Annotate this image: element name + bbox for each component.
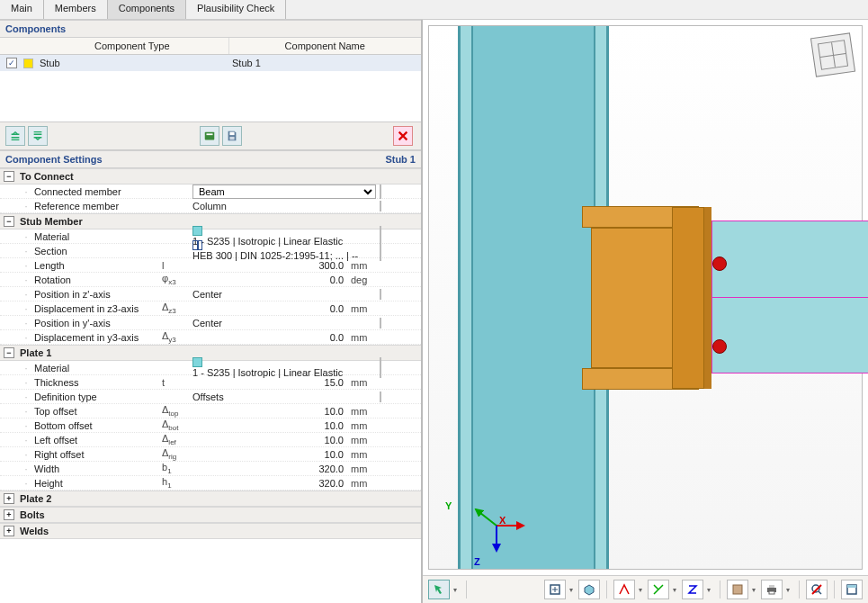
axis-label-z: Z: [474, 556, 480, 567]
prop-plate1-height[interactable]: · Height h1 320.0 mm: [0, 476, 421, 490]
model-end-plate: [704, 207, 711, 389]
model-column: [458, 26, 609, 569]
component-row[interactable]: ✓ Stub Stub 1: [0, 55, 421, 71]
axis-label-y: Y: [445, 500, 452, 511]
prop-stub-posz[interactable]: · Position in z'-axis Center: [0, 287, 421, 302]
clear-view-button[interactable]: [806, 580, 828, 599]
navigation-cube[interactable]: [813, 35, 853, 75]
expand-icon[interactable]: +: [4, 493, 14, 504]
tab-members[interactable]: Members: [44, 0, 108, 19]
view-iso-button[interactable]: [578, 580, 600, 599]
svg-rect-14: [847, 585, 856, 588]
axis-y-button[interactable]: [648, 580, 669, 599]
axis-label-x: X: [499, 515, 506, 526]
prop-plate1-lef[interactable]: · Left offset Δlef 10.0 mm: [0, 433, 421, 447]
property-tree: −To Connect · Connected member Beam · Re…: [0, 168, 421, 603]
component-type-cell: Stub: [36, 58, 228, 68]
prop-plate1-top[interactable]: · Top offset Δtop 10.0 mm: [0, 404, 421, 418]
svg-rect-11: [769, 591, 774, 594]
group-bolts[interactable]: +Bolts: [0, 507, 421, 523]
library-button[interactable]: [200, 126, 219, 146]
svg-rect-8: [733, 585, 742, 594]
dropdown-arrow-icon[interactable]: ▾: [452, 586, 460, 594]
view-fit-button[interactable]: [544, 580, 566, 599]
components-title: Components: [5, 23, 66, 34]
settings-panel-header: Component Settings Stub 1: [0, 150, 421, 168]
section-icon: [192, 240, 202, 250]
dropdown-arrow-icon[interactable]: ▾: [706, 586, 713, 594]
group-plate-2[interactable]: +Plate 2: [0, 490, 421, 507]
prop-stub-dz[interactable]: · Displacement in z3-axis Δz3 0.0 mm: [0, 302, 421, 316]
expand-icon[interactable]: +: [4, 526, 14, 536]
tab-components[interactable]: Components: [108, 0, 186, 19]
prop-stub-dy[interactable]: · Displacement in y3-axis Δy3 0.0 mm: [0, 330, 421, 345]
connected-member-select[interactable]: Beam: [192, 184, 376, 199]
tab-plausibility[interactable]: Plausibility Check: [186, 0, 286, 19]
component-color-swatch[interactable]: [23, 58, 33, 68]
svg-line-5: [476, 509, 497, 526]
settings-context: Stub 1: [385, 154, 416, 165]
display-mode-button[interactable]: [727, 580, 748, 599]
axis-z-button[interactable]: [682, 580, 703, 599]
select-mode-button[interactable]: [428, 580, 450, 599]
svg-rect-3: [229, 137, 234, 140]
prop-plate1-deftype[interactable]: · Definition type Offsets: [0, 390, 421, 404]
svg-rect-1: [206, 133, 212, 135]
dropdown-arrow-icon[interactable]: ▾: [751, 586, 758, 594]
dropdown-arrow-icon[interactable]: ▾: [638, 586, 645, 594]
components-toolbar: [0, 122, 421, 150]
group-to-connect[interactable]: −To Connect: [0, 168, 421, 184]
components-table-header: Component Type Component Name: [0, 38, 421, 55]
prop-connected-member: · Connected member Beam: [0, 184, 421, 199]
settings-title: Component Settings: [5, 154, 103, 165]
svg-rect-0: [204, 132, 214, 140]
prop-plate1-bot[interactable]: · Bottom offset Δbot 10.0 mm: [0, 418, 421, 433]
model-bolt: [712, 339, 727, 354]
group-welds[interactable]: +Welds: [0, 523, 421, 539]
tab-main[interactable]: Main: [0, 0, 44, 19]
model-bolt: [712, 256, 727, 271]
prop-stub-section[interactable]: · Section HEB 300 | DIN 1025-2:1995-11; …: [0, 244, 421, 258]
model-stub-end-flange: [672, 207, 704, 389]
model-beam: [711, 220, 868, 374]
new-window-button[interactable]: [841, 580, 863, 599]
col-component-name: Component Name: [228, 38, 422, 54]
col-component-type: Component Type: [36, 38, 228, 54]
components-panel-header: Components: [0, 20, 421, 38]
svg-rect-10: [769, 585, 774, 588]
save-button[interactable]: [222, 126, 242, 146]
prop-plate1-rig[interactable]: · Right offset Δrig 10.0 mm: [0, 447, 421, 462]
top-tabs: Main Members Components Plausibility Che…: [0, 0, 868, 20]
prop-plate1-width[interactable]: · Width b1 320.0 mm: [0, 462, 421, 476]
component-checkbox[interactable]: ✓: [6, 58, 17, 68]
axis-x-button[interactable]: [613, 580, 635, 599]
collapse-icon[interactable]: −: [4, 171, 14, 182]
dropdown-arrow-icon[interactable]: ▾: [568, 586, 576, 594]
svg-rect-2: [229, 132, 234, 136]
component-name-cell: Stub 1: [228, 58, 421, 68]
material-swatch-icon: [192, 357, 202, 367]
dropdown-arrow-icon[interactable]: ▾: [672, 586, 679, 594]
prop-stub-posy[interactable]: · Position in y'-axis Center: [0, 316, 421, 330]
prop-plate1-thickness[interactable]: · Thickness t 15.0 mm: [0, 375, 421, 390]
collapse-icon[interactable]: −: [4, 216, 14, 227]
material-swatch-icon: [192, 226, 202, 236]
prop-stub-rotation[interactable]: · Rotation φx3 0.0 deg: [0, 273, 421, 287]
move-down-button[interactable]: [28, 126, 48, 146]
axis-triad-icon: [465, 490, 528, 553]
viewport-3d[interactable]: X Y Z: [428, 25, 863, 570]
move-up-button[interactable]: [5, 126, 25, 146]
dropdown-arrow-icon[interactable]: ▾: [785, 586, 792, 594]
print-button[interactable]: [761, 580, 783, 599]
collapse-icon[interactable]: −: [4, 347, 14, 358]
prop-reference-member: · Reference member Column: [0, 199, 421, 213]
prop-stub-length[interactable]: · Length l 300.0 mm: [0, 258, 421, 273]
viewport-toolbar: ▾ ▾ ▾ ▾ ▾ ▾ ▾: [423, 575, 868, 603]
prop-plate1-material[interactable]: · Material 1 - S235 | Isotropic | Linear…: [0, 361, 421, 375]
delete-button[interactable]: [393, 126, 413, 146]
expand-icon[interactable]: +: [4, 509, 14, 520]
